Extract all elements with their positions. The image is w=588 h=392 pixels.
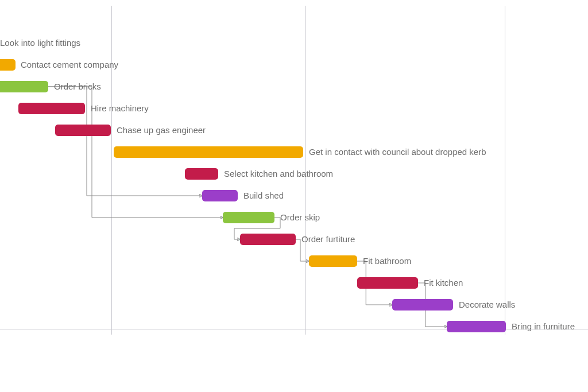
gantt-label-decor: Decorate walls [459,299,515,311]
gantt-bar-decor[interactable] [392,299,453,311]
gantt-bar-council[interactable] [114,146,303,158]
gantt-bar-furn[interactable] [240,234,296,245]
gantt-bar-shed[interactable] [202,190,238,201]
gantt-label-bricks: Order bricks [54,81,101,92]
gantt-label-bring: Bring in furniture [512,321,575,332]
gantt-bar-kitbath[interactable] [185,168,218,180]
gantt-label-skip: Order skip [280,212,320,223]
gridline-vertical [111,6,112,335]
gantt-bar-machin[interactable] [18,103,85,114]
gantt-label-furn: Order furtiture [301,234,355,245]
gantt-bar-fitkit[interactable] [357,277,418,289]
gantt-bar-bring[interactable] [447,321,506,332]
gantt-label-cement: Contact cement company [21,59,118,71]
gantt-bar-skip[interactable] [223,212,274,223]
gantt-label-gas: Chase up gas engineer [117,125,206,136]
gantt-label-fitkit: Fit kitchen [424,277,463,289]
gantt-bar-bricks[interactable] [0,81,48,92]
gantt-label-machin: Hire machinery [91,103,149,114]
gantt-label-kitbath: Select kitchen and bathroom [224,168,333,180]
gantt-label-light: Look into light fittings [0,37,80,49]
gantt-label-council: Get in contact with council about droppe… [309,146,486,158]
gantt-chart: Look into light fittingsContact cement c… [0,0,588,392]
gantt-bar-gas[interactable] [55,125,111,136]
gantt-label-fitbath: Fit bathroom [363,255,411,267]
gridline-vertical [505,6,505,335]
gantt-label-shed: Build shed [243,190,284,201]
gantt-bar-cement[interactable] [0,59,16,71]
gantt-bar-fitbath[interactable] [309,255,357,267]
